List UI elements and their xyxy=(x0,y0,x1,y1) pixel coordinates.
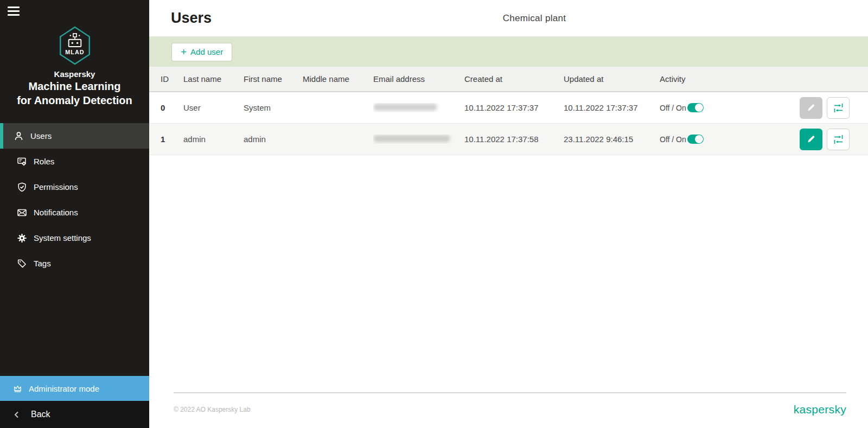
crown-icon xyxy=(13,385,22,393)
main-content: Users Chemical plant + Add user ID Last … xyxy=(149,0,868,428)
edit-button[interactable] xyxy=(800,129,822,150)
cell-email xyxy=(373,135,464,144)
cell-id: 1 xyxy=(161,135,183,144)
switch-user-button[interactable] xyxy=(827,129,850,150)
column-header-first-name: First name xyxy=(244,74,303,84)
sidebar-item-roles[interactable]: Roles xyxy=(0,149,149,174)
chevron-left-icon xyxy=(14,411,19,418)
swap-arrows-icon xyxy=(833,135,844,144)
cell-first-name: System xyxy=(244,103,303,112)
brand-product-line1: Machine Learning xyxy=(0,80,149,93)
tag-icon xyxy=(16,258,27,269)
column-header-last-name: Last name xyxy=(183,74,244,84)
cell-first-name: admin xyxy=(244,135,303,144)
cell-id: 0 xyxy=(161,103,183,112)
activity-label: Off / On xyxy=(660,104,686,112)
sidebar-item-tags[interactable]: Tags xyxy=(0,251,149,276)
cell-email xyxy=(373,103,464,112)
user-icon xyxy=(13,131,24,142)
row-actions xyxy=(800,129,864,150)
sidebar-item-label: Permissions xyxy=(34,182,78,191)
cell-last-name: admin xyxy=(183,135,244,144)
users-table: ID Last name First name Middle name Emai… xyxy=(149,67,868,155)
email-redacted xyxy=(373,104,437,111)
column-header-activity: Activity xyxy=(660,74,868,84)
app-window: MLAD Kaspersky Machine Learning for Anom… xyxy=(0,0,868,428)
add-user-button[interactable]: + Add user xyxy=(171,43,232,61)
page-title: Users xyxy=(149,10,212,27)
brand-logo: MLAD Kaspersky Machine Learning for Anom… xyxy=(0,26,149,107)
hamburger-menu-icon[interactable] xyxy=(0,0,25,22)
back-label: Back xyxy=(31,410,50,419)
toolbar: + Add user xyxy=(149,37,868,67)
page-header: Users Chemical plant xyxy=(149,0,868,37)
roles-icon xyxy=(16,156,27,167)
sidebar-item-label: System settings xyxy=(34,233,91,242)
email-redacted xyxy=(373,135,450,142)
copyright-text: © 2022 AO Kaspersky Lab xyxy=(174,406,251,413)
sidebar-item-system-settings[interactable]: System settings xyxy=(0,225,149,251)
cell-updated-at: 10.11.2022 17:37:37 xyxy=(564,103,660,112)
context-title: Chemical plant xyxy=(503,13,566,24)
cell-created-at: 10.11.2022 17:37:37 xyxy=(464,103,564,112)
column-header-created-at: Created at xyxy=(464,74,564,84)
envelope-icon xyxy=(16,207,27,218)
content-spacer xyxy=(149,155,868,392)
administrator-mode-button[interactable]: Administrator mode xyxy=(0,376,149,401)
sidebar-item-label: Tags xyxy=(34,259,51,268)
column-header-id: ID xyxy=(161,74,183,84)
pencil-icon xyxy=(807,104,815,112)
table-header-row: ID Last name First name Middle name Emai… xyxy=(149,67,868,92)
sidebar-item-users[interactable]: Users xyxy=(0,123,149,149)
column-header-email: Email address xyxy=(373,74,464,84)
column-header-updated-at: Updated at xyxy=(564,74,660,84)
sidebar-item-label: Roles xyxy=(34,157,54,166)
footer: © 2022 AO Kaspersky Lab kaspersky xyxy=(149,392,868,428)
sidebar-spacer xyxy=(0,276,149,376)
administrator-mode-label: Administrator mode xyxy=(29,384,99,393)
cell-created-at: 10.11.2022 17:37:58 xyxy=(464,135,564,144)
sidebar-item-label: Notifications xyxy=(34,208,78,217)
cell-last-name: User xyxy=(183,103,244,112)
table-row: 1 admin admin 10.11.2022 17:37:58 23.11.… xyxy=(149,124,868,155)
pencil-icon xyxy=(807,135,815,144)
kaspersky-logo: kaspersky xyxy=(794,403,846,416)
activity-toggle[interactable] xyxy=(687,135,704,144)
brand-product-line2: for Anomaly Detection xyxy=(0,94,149,107)
plus-icon: + xyxy=(181,47,187,57)
svg-text:MLAD: MLAD xyxy=(65,49,84,55)
sidebar: MLAD Kaspersky Machine Learning for Anom… xyxy=(0,0,149,428)
sidebar-nav: Users Roles xyxy=(0,123,149,276)
sidebar-item-label: Users xyxy=(30,131,52,140)
table-row: 0 User System 10.11.2022 17:37:37 10.11.… xyxy=(149,92,868,124)
add-user-label: Add user xyxy=(190,47,223,56)
swap-arrows-icon xyxy=(833,103,844,113)
cell-updated-at: 23.11.2022 9:46:15 xyxy=(564,135,660,144)
brand-company: Kaspersky xyxy=(0,69,149,79)
row-actions xyxy=(800,97,864,119)
gear-icon xyxy=(16,233,27,244)
cell-activity: Off / On xyxy=(660,97,868,119)
activity-label: Off / On xyxy=(660,135,686,144)
activity-toggle[interactable] xyxy=(687,103,704,112)
sidebar-item-notifications[interactable]: Notifications xyxy=(0,200,149,225)
footer-divider xyxy=(174,392,846,393)
sidebar-item-permissions[interactable]: Permissions xyxy=(0,174,149,200)
edit-button xyxy=(800,97,822,119)
switch-user-button[interactable] xyxy=(827,97,850,119)
cell-activity: Off / On xyxy=(660,129,868,150)
mlad-hexagon-logo-icon: MLAD xyxy=(59,26,91,65)
back-button[interactable]: Back xyxy=(0,401,149,428)
shield-icon xyxy=(16,182,27,193)
column-header-middle-name: Middle name xyxy=(303,74,373,84)
